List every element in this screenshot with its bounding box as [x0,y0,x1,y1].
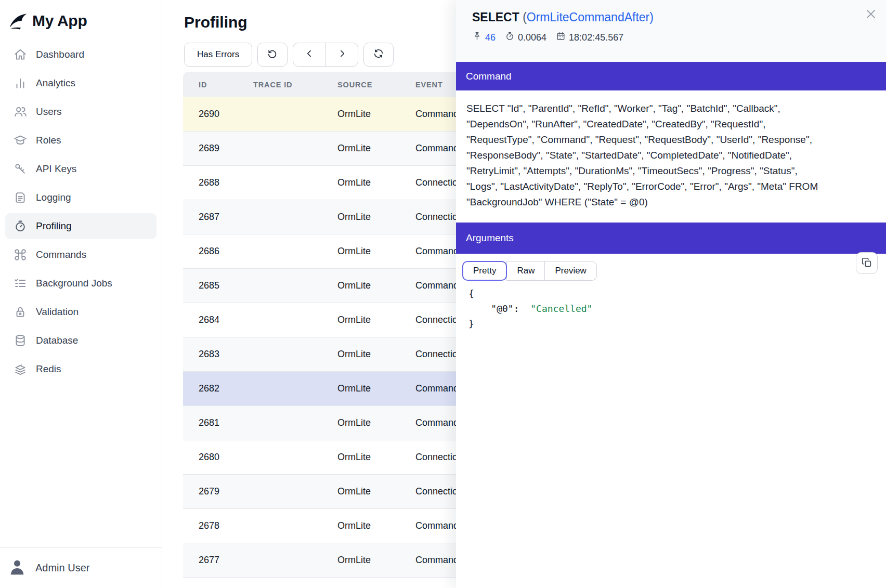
sidebar-item-label: Users [36,106,62,117]
cell-source: OrmLite [337,452,415,463]
entry-id-link[interactable]: 46 [485,32,496,43]
has-errors-filter-button[interactable]: Has Errors [184,43,252,67]
duration-value: 0.0064 [518,32,546,43]
sidebar-item-label: Profiling [36,220,72,232]
json-open-brace: { [468,288,474,299]
pin-icon [472,31,482,44]
sidebar-item-label: Dashboard [36,49,84,60]
sidebar-item-label: Analytics [36,77,75,89]
cell-source: OrmLite [337,280,415,291]
sidebar-item-background-jobs[interactable]: Background Jobs [5,270,157,296]
sidebar-item-users[interactable]: Users [5,99,157,125]
cell-id: 2683 [183,349,253,360]
sidebar-item-redis[interactable]: Redis [5,356,157,382]
sidebar-item-label: Background Jobs [36,278,112,289]
sidebar-item-roles[interactable]: Roles [5,127,157,153]
sidebar: My App DashboardAnalyticsUsersRolesAPI K… [0,0,162,588]
reset-button[interactable] [257,43,288,67]
json-key: "@0" [468,303,514,314]
sidebar-item-label: Redis [36,363,61,375]
bar-chart-icon [14,76,27,90]
drawer-meta: 46 0.0064 18:02:45.567 [472,31,886,44]
graduation-cap-icon [14,134,27,147]
tab-raw[interactable]: Raw [506,261,545,281]
arguments-json: { "@0": "Cancelled" } [468,286,886,331]
chevron-right-icon [337,48,347,61]
event-type-link[interactable]: OrmLiteCommandAfter [527,10,649,24]
cell-id: 2682 [183,383,253,394]
chevron-left-icon [304,48,315,61]
prev-page-button[interactable] [293,43,325,66]
cell-source: OrmLite [337,349,415,360]
list-check-icon [14,277,27,290]
sidebar-item-label: API Keys [36,163,76,175]
cell-source: OrmLite [337,520,415,531]
sidebar-item-analytics[interactable]: Analytics [5,70,157,96]
tab-pretty[interactable]: Pretty [462,261,507,281]
shark-fin-logo-icon [8,11,28,31]
cell-source: OrmLite [337,212,415,223]
cell-source: OrmLite [337,383,415,394]
database-icon [14,334,27,347]
refresh-button[interactable] [363,43,394,67]
sidebar-item-label: Validation [36,306,79,318]
stopwatch-icon [14,219,27,233]
pagination-group [293,43,358,67]
sidebar-item-commands[interactable]: Commands [5,242,157,268]
sidebar-item-label: Commands [36,249,86,260]
app-logo-row: My App [0,0,162,32]
sidebar-item-profiling[interactable]: Profiling [5,213,157,239]
sql-text: SELECT "Id", "ParentId", "RefId", "Worke… [456,90,886,223]
layers-icon [14,362,27,376]
sql-operation: SELECT [472,10,519,24]
close-icon[interactable] [864,7,878,21]
sidebar-item-label: Database [36,335,78,346]
command-section-header: Command [456,62,886,90]
lock-icon [14,305,27,319]
cell-source: OrmLite [337,246,415,257]
copy-button[interactable] [856,252,878,274]
sidebar-item-logging[interactable]: Logging [5,185,157,211]
json-close-brace: } [468,318,474,329]
undo-icon [267,48,278,62]
cell-id: 2686 [183,246,253,257]
sidebar-user[interactable]: Admin User [0,547,162,588]
cell-source: OrmLite [337,143,415,154]
sidebar-item-database[interactable]: Database [5,328,157,354]
col-header-trace-id: TRACE ID [253,81,337,89]
cell-id: 2684 [183,315,253,325]
user-name: Admin User [35,562,89,574]
cell-id: 2685 [183,280,253,291]
sidebar-item-label: Roles [36,135,61,146]
cell-source: OrmLite [337,555,415,566]
cell-id: 2678 [183,520,253,531]
stopwatch-icon [505,31,515,44]
cell-id: 2690 [183,109,253,120]
refresh-icon [373,48,384,62]
cell-id: 2680 [183,452,253,463]
tab-preview[interactable]: Preview [544,261,596,281]
json-value: "Cancelled" [530,303,592,314]
cell-id: 2687 [183,212,253,223]
avatar [7,557,27,579]
sidebar-item-validation[interactable]: Validation [5,299,157,325]
paren-close: ) [649,10,654,24]
detail-drawer: SELECT (OrmLiteCommandAfter) 46 0.0064 1… [456,0,886,588]
cell-source: OrmLite [337,177,415,188]
clipboard-copy-icon [861,257,872,270]
timestamp-value: 18:02:45.567 [569,32,623,43]
command-icon [14,248,27,262]
col-header-id: ID [183,81,253,89]
arguments-body: PrettyRawPreview { "@0": "Cancelled" } [456,254,886,331]
cell-source: OrmLite [337,315,415,325]
cell-id: 2688 [183,177,253,188]
sidebar-item-dashboard[interactable]: Dashboard [5,42,157,68]
sidebar-item-api-keys[interactable]: API Keys [5,156,157,182]
keys-icon [14,162,27,176]
next-page-button[interactable] [325,43,358,66]
sidebar-nav: DashboardAnalyticsUsersRolesAPI KeysLogg… [0,42,162,382]
arguments-section-header: Arguments [456,223,886,254]
home-icon [14,48,27,61]
calendar-icon [556,31,566,44]
paren-open: ( [523,10,527,24]
